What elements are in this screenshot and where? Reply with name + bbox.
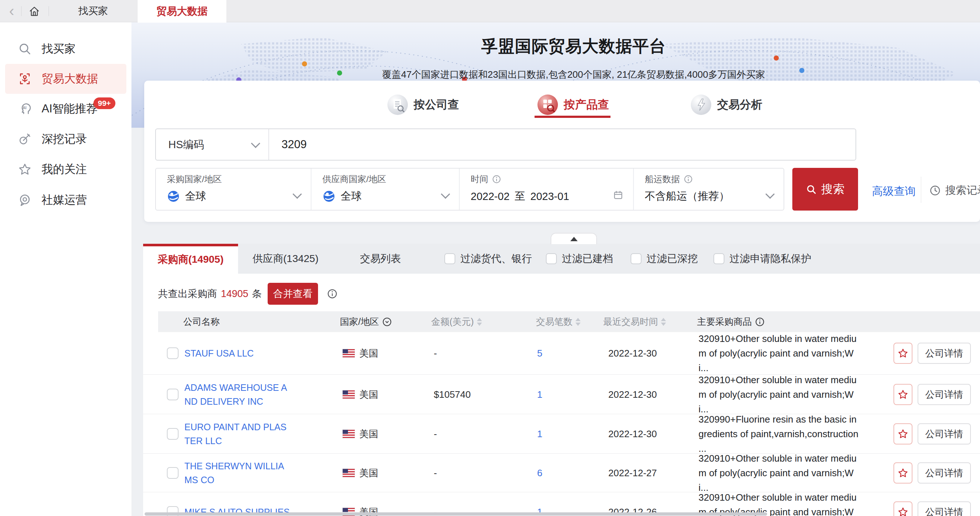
checkbox[interactable] [713, 253, 724, 264]
active-tab-underline [535, 116, 611, 118]
chevron-down-icon [765, 189, 775, 198]
checkbox[interactable] [631, 253, 641, 264]
checkbox[interactable] [444, 253, 455, 264]
checkbox-label: 过滤申请隐私保护 [730, 252, 811, 266]
top-nav-find-buyer[interactable]: 找买家 [68, 0, 119, 22]
row-checkbox[interactable] [167, 467, 178, 479]
row-checkbox[interactable] [167, 389, 178, 400]
hs-code-select[interactable]: HS编码 [156, 129, 269, 160]
back-icon[interactable]: ‹ [5, 3, 18, 19]
main-products: 320910+Other soluble in water medium of … [698, 451, 861, 495]
filter-buyer-country[interactable]: 采购国家/地区 全球 [156, 168, 312, 210]
company-link[interactable]: STAUF USA LLC [185, 346, 290, 360]
deals-count-link[interactable]: 6 [537, 467, 542, 478]
favorite-star-button[interactable] [894, 384, 912, 405]
chevron-down-icon [251, 139, 260, 148]
deals-count-link[interactable]: 1 [537, 389, 542, 400]
sidebar-item-label: 我的关注 [41, 162, 87, 177]
company-detail-button[interactable]: 公司详情 [918, 502, 971, 516]
product-search-icon [538, 95, 558, 115]
chevron-down-icon [293, 189, 302, 198]
column-deals[interactable]: 交易笔数 [536, 311, 581, 332]
svg-text:AI: AI [23, 106, 26, 110]
search-history-link[interactable]: 搜索记录 [929, 183, 980, 198]
us-flag-icon [342, 430, 355, 438]
results-panel: 共查出采购商 14905 条 合并查看 公司名称 国家/地区 金额(美元) 交易… [143, 274, 980, 516]
filter-time-range[interactable]: 时间 2022-02 至 2023-01 [460, 168, 634, 210]
trade-data-icon [18, 71, 32, 86]
amount-value: - [434, 348, 437, 359]
filter-label: 采购国家/地区 [167, 173, 222, 185]
search-query-input[interactable]: 3209 [282, 129, 307, 160]
tab-trade-analysis[interactable]: 交易分析 [691, 92, 762, 118]
company-detail-button[interactable]: 公司详情 [918, 423, 971, 445]
tab-suppliers[interactable]: 供应商(13425) [238, 244, 333, 274]
favorite-star-button[interactable] [894, 423, 912, 445]
info-icon[interactable] [327, 288, 338, 299]
tab-transactions[interactable]: 交易列表 [333, 244, 428, 274]
company-detail-button[interactable]: 公司详情 [918, 384, 971, 405]
company-detail-button[interactable]: 公司详情 [918, 462, 971, 484]
filter-shipping-data[interactable]: 船运数据 不含船运（推荐） [634, 168, 784, 210]
chevron-down-icon [441, 189, 450, 198]
advanced-search-link[interactable]: 高级查询 [872, 184, 916, 199]
us-flag-icon [342, 468, 355, 477]
column-last-date[interactable]: 最近交易时间 [603, 311, 666, 332]
divider [49, 6, 49, 16]
sort-icon[interactable] [576, 318, 581, 326]
circle-chevron-icon[interactable] [382, 317, 392, 327]
filter-checkbox-forwarder-bank[interactable]: 过滤货代、银行 [444, 244, 532, 274]
column-company: 公司名称 [183, 311, 220, 332]
filter-label: 时间 [471, 173, 488, 185]
tab-search-by-company[interactable]: 按公司查 [387, 92, 459, 118]
search-card: 按公司查 按产品查 交易分析 HS编码 3209 采购国家/地区 全球 供 [144, 81, 980, 222]
company-detail-button[interactable]: 公司详情 [918, 343, 971, 364]
company-link[interactable]: THE SHERWYN WILLIAMS CO [185, 459, 290, 487]
sort-icon[interactable] [661, 318, 666, 326]
sidebar-item-find-buyer[interactable]: 找买家 [5, 34, 126, 64]
info-icon[interactable] [755, 317, 765, 327]
tab-label: 按产品查 [564, 97, 609, 113]
favorite-star-button[interactable] [894, 502, 912, 516]
clock-icon [929, 185, 941, 196]
company-link[interactable]: EURO PAINT AND PLASTER LLC [185, 420, 290, 448]
row-checkbox[interactable] [167, 428, 178, 440]
amount-value: - [434, 428, 437, 439]
filter-checkbox-archived[interactable]: 过滤已建档 [546, 244, 613, 274]
favorite-star-button[interactable] [894, 462, 912, 484]
tab-search-by-product[interactable]: 按产品查 [538, 92, 609, 118]
tab-buyers[interactable]: 采购商(14905) [143, 244, 238, 274]
merge-view-button[interactable]: 合并查看 [268, 283, 318, 305]
main-products: 320910+Other soluble in water medium of … [698, 373, 861, 416]
deals-count-link[interactable]: 5 [537, 348, 542, 359]
filter-checkbox-privacy[interactable]: 过滤申请隐私保护 [713, 244, 811, 274]
collapse-panel-button[interactable] [550, 233, 597, 244]
favorite-star-button[interactable] [894, 343, 912, 364]
tab-label: 交易分析 [717, 97, 762, 113]
company-link[interactable]: ADAMS WAREHOUSE AND DELIVERY INC [185, 381, 290, 408]
sidebar-item-ai-recommend[interactable]: AI AI智能推荐 99+ [5, 94, 126, 124]
sidebar-item-my-follow[interactable]: 我的关注 [5, 154, 126, 184]
sidebar-item-trade-data[interactable]: 贸易大数据 [5, 64, 126, 94]
checkbox[interactable] [546, 253, 557, 264]
filter-checkbox-deep-dug[interactable]: 过滤已深挖 [631, 244, 698, 274]
sidebar-item-social-media[interactable]: 社媒运营 [5, 185, 126, 215]
column-amount[interactable]: 金额(美元) [431, 311, 482, 332]
filter-supplier-country[interactable]: 供应商国家/地区 全球 [312, 168, 460, 210]
date-to: 2023-01 [531, 191, 569, 203]
top-tab-trade-data[interactable]: 贸易大数据 [138, 0, 226, 23]
banner-subtitle: 覆盖47个国家进口数据和23国出口数据,包含200个国家, 21亿条贸易数据,4… [150, 68, 980, 81]
search-button[interactable]: 搜索 [792, 168, 858, 211]
divider [21, 6, 22, 16]
row-checkbox[interactable] [167, 348, 178, 359]
deals-count-link[interactable]: 1 [537, 428, 542, 439]
star-icon [18, 162, 32, 176]
main-products: 320910+Other soluble in water medium of … [698, 331, 861, 375]
sidebar-item-dig-records[interactable]: 深挖记录 [5, 124, 126, 154]
home-icon[interactable] [28, 5, 41, 18]
table-row: EURO PAINT AND PLASTER LLC 美国 - 1 2022-1… [143, 414, 980, 454]
horizontal-scrollbar-thumb[interactable] [145, 512, 767, 516]
column-country[interactable]: 国家/地区 [340, 311, 392, 332]
date-separator: 至 [515, 189, 525, 204]
sort-icon[interactable] [477, 318, 482, 326]
